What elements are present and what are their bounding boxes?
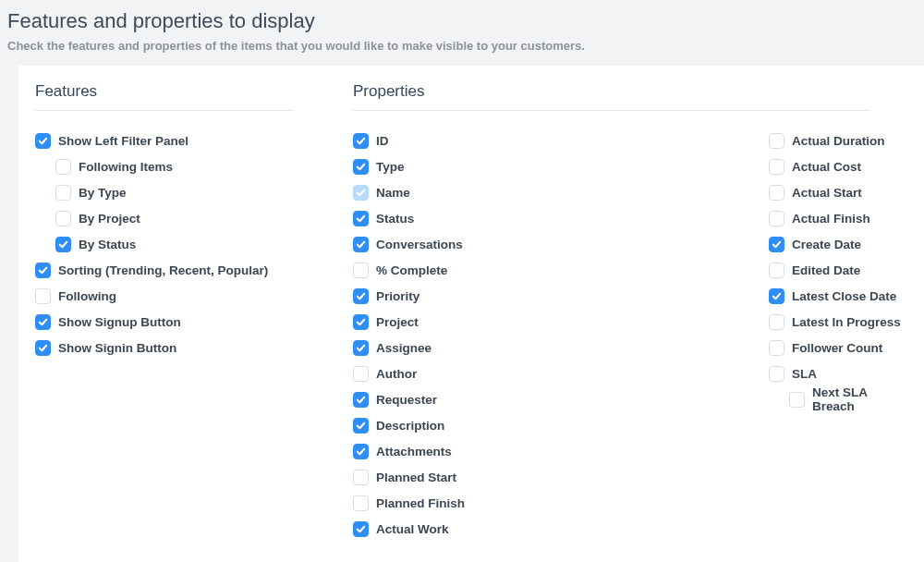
option-label: Conversations [376, 238, 463, 251]
checkbox[interactable] [353, 185, 369, 201]
option-row: Attachments [353, 438, 769, 464]
checkbox[interactable] [353, 495, 369, 511]
option-label: Assignee [376, 341, 432, 355]
checkbox[interactable] [353, 470, 369, 485]
checkbox[interactable] [769, 314, 784, 330]
option-row: Actual Finish [769, 205, 907, 231]
option-label: Following [58, 289, 116, 303]
checkbox[interactable] [353, 418, 369, 434]
features-list: Show Left Filter PanelFollowing ItemsBy … [35, 128, 353, 360]
checkbox[interactable] [35, 340, 51, 356]
checkbox[interactable] [769, 159, 784, 175]
checkbox[interactable] [353, 521, 369, 537]
option-label: Show Signup Button [58, 315, 181, 329]
option-row: Show Signin Button [35, 335, 353, 360]
checkbox[interactable] [55, 185, 71, 201]
checkbox[interactable] [353, 444, 369, 459]
option-label: % Complete [376, 263, 447, 277]
page-title: Features and properties to display [0, 0, 924, 39]
option-label: Edited Date [792, 263, 860, 277]
checkbox[interactable] [353, 366, 369, 382]
option-label: Show Signin Button [58, 341, 176, 355]
option-row: Following [35, 283, 353, 309]
option-row: Show Signup Button [35, 309, 353, 335]
checkbox[interactable] [35, 314, 51, 330]
checkbox[interactable] [769, 263, 784, 278]
option-row: Latest In Progress [769, 309, 907, 335]
option-row: By Type [35, 179, 353, 205]
checkbox[interactable] [353, 392, 369, 408]
option-row: Latest Close Date [769, 283, 907, 309]
option-row: SLA [769, 360, 907, 386]
option-label: Following Items [79, 160, 173, 174]
checkbox[interactable] [789, 392, 805, 408]
checkbox[interactable] [353, 288, 369, 304]
checkbox[interactable] [35, 263, 51, 278]
checkbox[interactable] [55, 159, 71, 175]
option-row: Edited Date [769, 257, 907, 283]
option-label: Priority [376, 289, 419, 303]
checkbox[interactable] [35, 288, 51, 304]
checkbox[interactable] [55, 237, 71, 252]
option-label: By Status [79, 238, 136, 251]
checkbox[interactable] [353, 237, 369, 252]
features-column: Features Show Left Filter PanelFollowing… [35, 82, 353, 542]
option-label: Latest Close Date [792, 289, 896, 303]
option-row: Description [353, 412, 769, 438]
option-label: Sorting (Trending, Recent, Popular) [58, 263, 268, 277]
checkbox[interactable] [769, 237, 784, 252]
option-row: Conversations [353, 231, 769, 257]
option-row: By Project [35, 205, 353, 231]
option-row: Show Left Filter Panel [35, 128, 353, 153]
checkbox[interactable] [55, 211, 71, 226]
checkbox[interactable] [769, 211, 784, 226]
option-row: Author [353, 360, 769, 386]
checkbox[interactable] [769, 288, 784, 304]
checkbox[interactable] [353, 263, 369, 278]
properties-heading: Properties [353, 82, 870, 111]
page-subtitle: Check the features and properties of the… [0, 39, 924, 66]
option-row: Create Date [769, 231, 907, 257]
option-row: Requester [353, 386, 769, 412]
checkbox[interactable] [769, 366, 784, 382]
option-label: Project [376, 315, 419, 329]
checkbox[interactable] [353, 314, 369, 330]
settings-panel: Features Show Left Filter PanelFollowing… [18, 66, 924, 562]
option-label: By Project [79, 212, 140, 226]
properties-column: Properties IDTypeNameStatusConversations… [353, 82, 907, 542]
option-label: Actual Cost [792, 160, 861, 174]
option-row: Actual Work [353, 516, 769, 542]
option-label: Description [376, 419, 444, 433]
checkbox[interactable] [353, 211, 369, 226]
option-label: Next SLA Breach [812, 385, 907, 413]
option-row: ID [353, 128, 769, 153]
option-row: Actual Duration [769, 128, 907, 153]
option-label: Latest In Progress [792, 315, 901, 329]
checkbox[interactable] [35, 133, 51, 149]
checkbox[interactable] [769, 133, 784, 149]
option-label: Type [376, 160, 405, 174]
option-label: Name [376, 186, 410, 200]
checkbox[interactable] [353, 159, 369, 175]
option-row: Assignee [353, 335, 769, 360]
option-label: Author [376, 367, 417, 381]
option-row: Planned Finish [353, 490, 769, 516]
option-row: Next SLA Breach [769, 386, 907, 412]
option-row: Planned Start [353, 464, 769, 490]
option-row: By Status [35, 231, 353, 257]
option-label: Planned Start [376, 470, 456, 484]
option-label: Create Date [792, 238, 861, 251]
checkbox[interactable] [769, 340, 784, 356]
option-label: Actual Start [792, 186, 862, 200]
features-heading: Features [35, 82, 294, 111]
option-label: Actual Work [376, 522, 449, 536]
checkbox[interactable] [353, 133, 369, 149]
option-label: By Type [79, 186, 127, 200]
option-row: Project [353, 309, 769, 335]
option-row: Sorting (Trending, Recent, Popular) [35, 257, 353, 283]
checkbox[interactable] [769, 185, 784, 201]
option-label: Requester [376, 393, 437, 407]
checkbox[interactable] [353, 340, 369, 356]
option-label: Actual Finish [792, 212, 870, 226]
option-label: Planned Finish [376, 496, 465, 510]
